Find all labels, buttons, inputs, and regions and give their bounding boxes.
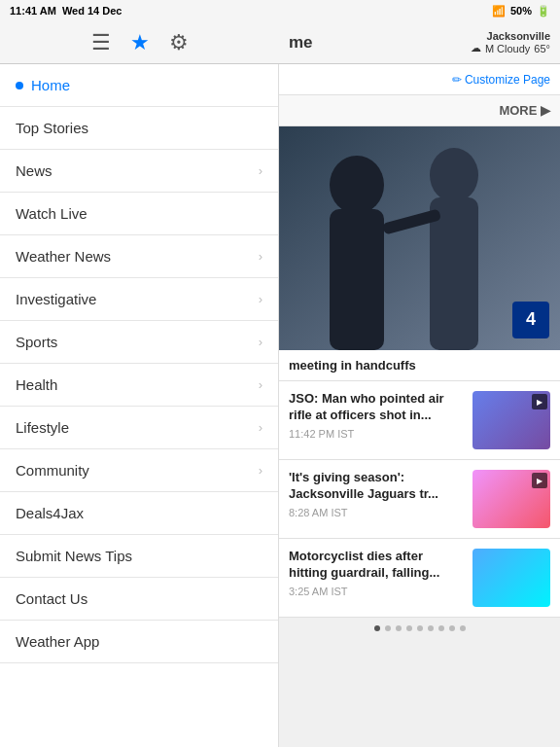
sidebar-label-community: Community [16, 462, 89, 479]
chevron-right-icon: › [259, 249, 262, 264]
sidebar-item-health[interactable]: Health › [0, 364, 278, 407]
news-thumb-2: ▶ [472, 470, 550, 528]
news-title-3: Motorcyclist dies after hitting guardrai… [289, 549, 463, 582]
hero-caption-text: meeting in handcuffs [289, 358, 416, 373]
status-time: 11:41 AM [10, 5, 56, 17]
weather-city: Jacksonville [471, 30, 550, 42]
news-title-2: 'It's giving season': Jacksonville Jagua… [289, 470, 463, 503]
status-bar: 11:41 AM Wed 14 Dec 📶 50% 🔋 [0, 0, 560, 21]
news-item-2[interactable]: 'It's giving season': Jacksonville Jagua… [279, 460, 560, 539]
weather-icon: ☁ [471, 42, 481, 54]
battery-icon: 🔋 [537, 5, 550, 18]
customize-bar[interactable]: ✏ Customize Page [279, 64, 560, 95]
chevron-right-icon: › [259, 420, 262, 435]
right-panel-title: me [289, 33, 313, 53]
dot-3 [396, 625, 402, 631]
news-item-1[interactable]: JSO: Man who pointed air rifle at office… [279, 381, 560, 460]
sidebar-item-weather-app[interactable]: Weather App [0, 621, 278, 663]
hero-image[interactable]: 4 [279, 126, 560, 350]
sidebar-item-top-stories[interactable]: Top Stories [0, 107, 278, 150]
sidebar-item-community[interactable]: Community › [0, 449, 278, 492]
status-date: Wed 14 Dec [62, 5, 122, 17]
hero-svg: 4 [279, 126, 560, 350]
news-time-1: 11:42 PM IST [289, 428, 463, 440]
video-badge-1: ▶ [532, 394, 547, 409]
news-title-1: JSO: Man who pointed air rifle at office… [289, 391, 463, 424]
sidebar-item-investigative[interactable]: Investigative › [0, 278, 278, 321]
wifi-icon: 📶 [492, 5, 506, 18]
hero-caption: meeting in handcuffs [279, 350, 560, 381]
status-left: 11:41 AM Wed 14 Dec [10, 5, 122, 17]
sidebar-item-weather-news[interactable]: Weather News › [0, 235, 278, 278]
status-right: 📶 50% 🔋 [492, 5, 550, 18]
dot-9 [460, 625, 466, 631]
video-badge-2: ▶ [532, 473, 547, 488]
more-bar[interactable]: MORE ▶ [279, 95, 560, 126]
weather-desc: M Cloudy [485, 43, 530, 54]
chevron-right-icon: › [259, 377, 262, 392]
active-dot [16, 82, 23, 89]
sidebar-label-lifestyle: Lifestyle [16, 419, 69, 436]
sidebar-item-submit-news-tips[interactable]: Submit News Tips [0, 535, 278, 578]
news-time-2: 8:28 AM IST [289, 507, 463, 518]
svg-rect-2 [330, 209, 384, 350]
more-label[interactable]: MORE ▶ [499, 103, 550, 118]
sidebar-label-top-stories: Top Stories [16, 120, 88, 136]
sidebar-label-home: Home [31, 77, 70, 93]
dot-8 [449, 625, 455, 631]
sidebar-toolbar: ☰ ★ ⚙ [0, 21, 279, 64]
chevron-right-icon: › [259, 292, 262, 306]
sidebar-label-contact-us: Contact Us [16, 590, 88, 607]
sidebar-label-deals4jax: Deals4Jax [16, 505, 84, 521]
news-item-3[interactable]: Motorcyclist dies after hitting guardrai… [279, 539, 560, 618]
sidebar: Sections Home Top Stories News › Watch L… [0, 21, 279, 747]
weather-temp: 65° [534, 43, 550, 54]
battery-text: 50% [510, 5, 532, 17]
sidebar-label-submit-news-tips: Submit News Tips [16, 548, 132, 564]
chevron-right-icon: › [259, 463, 262, 478]
dot-4 [406, 625, 412, 631]
sidebar-label-weather-news: Weather News [16, 248, 111, 265]
sidebar-label-sports: Sports [16, 334, 57, 350]
sidebar-label-watch-live: Watch Live [16, 205, 88, 222]
dot-6 [428, 625, 434, 631]
dot-2 [385, 625, 391, 631]
dot-5 [417, 625, 423, 631]
list-icon[interactable]: ☰ [91, 30, 111, 55]
star-icon[interactable]: ★ [130, 30, 150, 55]
right-panel-toolbar: me Jacksonville ☁ M Cloudy 65° [279, 21, 560, 64]
chevron-right-icon: › [259, 163, 262, 178]
sidebar-item-sports[interactable]: Sports › [0, 321, 278, 364]
news-thumb-3 [472, 549, 550, 607]
right-panel: me Jacksonville ☁ M Cloudy 65° ✏ Customi… [279, 21, 560, 747]
sidebar-label-weather-app: Weather App [16, 633, 99, 650]
sidebar-label-investigative: Investigative [16, 291, 96, 307]
sidebar-item-lifestyle[interactable]: Lifestyle › [0, 407, 278, 449]
sidebar-item-watch-live[interactable]: Watch Live [0, 193, 278, 235]
dot-1 [374, 625, 380, 631]
customize-link[interactable]: ✏ Customize Page [452, 73, 550, 87]
sidebar-item-contact-us[interactable]: Contact Us [0, 578, 278, 621]
sidebar-label-news: News [16, 162, 52, 179]
news-thumb-1: ▶ [472, 391, 550, 449]
svg-point-3 [430, 148, 478, 202]
sidebar-item-news[interactable]: News › [0, 150, 278, 193]
gear-icon[interactable]: ⚙ [169, 30, 189, 55]
dot-7 [438, 625, 444, 631]
sidebar-item-deals4jax[interactable]: Deals4Jax [0, 492, 278, 535]
svg-text:4: 4 [526, 309, 536, 329]
weather-widget: Jacksonville ☁ M Cloudy 65° [471, 30, 550, 54]
news-time-3: 3:25 AM IST [289, 586, 463, 597]
sidebar-item-home[interactable]: Home [0, 64, 278, 107]
page-dots [279, 618, 560, 639]
svg-point-1 [330, 156, 384, 214]
chevron-right-icon: › [259, 335, 262, 349]
sidebar-label-health: Health [16, 376, 57, 393]
